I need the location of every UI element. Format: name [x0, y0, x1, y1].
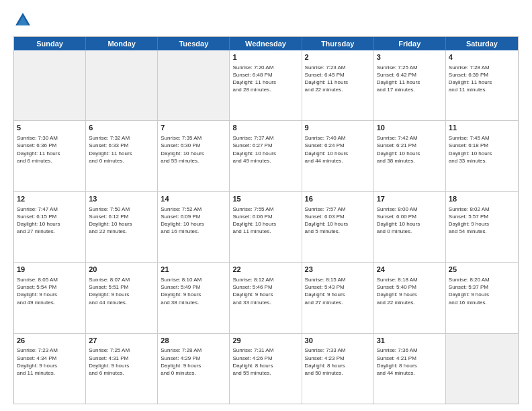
calendar-cell: 1Sunrise: 7:20 AMSunset: 6:48 PMDaylight…: [230, 50, 302, 120]
cell-info-line: and 11 minutes.: [449, 86, 515, 93]
cell-info-line: Sunset: 6:48 PM: [232, 71, 298, 79]
cell-info-line: Sunset: 5:40 PM: [377, 283, 443, 291]
cell-info-line: Sunset: 6:27 PM: [232, 142, 298, 149]
day-number: 1: [232, 52, 298, 62]
cell-info-line: and 38 minutes.: [161, 299, 226, 306]
cell-info-line: Sunrise: 7:31 AM: [232, 347, 298, 354]
cell-info-line: and 44 minutes.: [305, 157, 371, 165]
cell-info-line: and 44 minutes.: [377, 369, 443, 377]
cell-info-line: and 22 minutes.: [377, 299, 443, 306]
cell-info-line: and 50 minutes.: [305, 369, 371, 377]
cell-info-line: Sunrise: 7:30 AM: [17, 134, 83, 142]
day-number: 4: [449, 52, 515, 62]
cell-info-line: Sunset: 4:31 PM: [89, 355, 154, 362]
cell-info-line: Sunrise: 8:18 AM: [377, 276, 443, 283]
cell-info-line: Daylight: 10 hours: [89, 220, 154, 228]
day-number: 14: [161, 194, 226, 204]
cell-info-line: Sunset: 6:00 PM: [377, 213, 443, 220]
cell-info-line: Sunset: 4:23 PM: [305, 355, 371, 362]
cell-info-line: Sunrise: 7:36 AM: [377, 347, 443, 354]
day-number: 24: [377, 265, 443, 275]
cell-info-line: Sunrise: 7:25 AM: [89, 347, 154, 354]
day-number: 15: [232, 194, 298, 204]
day-number: 8: [232, 123, 298, 133]
cell-info-line: and 49 minutes.: [17, 299, 83, 306]
cell-info-line: and 6 minutes.: [17, 157, 83, 165]
day-number: 31: [377, 336, 443, 346]
cell-info-line: Sunrise: 7:28 AM: [161, 347, 226, 354]
day-number: 25: [449, 265, 515, 275]
calendar-cell: 11Sunrise: 7:45 AMSunset: 6:18 PMDayligh…: [446, 121, 518, 191]
calendar-cell: [158, 50, 230, 120]
cell-info-line: and 22 minutes.: [305, 86, 371, 93]
day-number: 23: [305, 265, 371, 275]
cell-info-line: Sunrise: 7:28 AM: [449, 64, 515, 71]
cell-info-line: Daylight: 11 hours: [377, 79, 443, 86]
calendar-cell: 31Sunrise: 7:36 AMSunset: 4:21 PMDayligh…: [374, 334, 446, 404]
calendar-row: 19Sunrise: 8:05 AMSunset: 5:54 PMDayligh…: [14, 262, 518, 332]
day-number: 20: [89, 265, 154, 275]
cell-info-line: Sunset: 5:43 PM: [305, 283, 371, 291]
cell-info-line: Sunrise: 8:15 AM: [305, 276, 371, 283]
cell-info-line: Sunrise: 7:47 AM: [17, 205, 83, 213]
cell-info-line: Sunset: 6:24 PM: [305, 142, 371, 149]
calendar-cell: 8Sunrise: 7:37 AMSunset: 6:27 PMDaylight…: [230, 121, 302, 191]
cell-info-line: Sunrise: 7:23 AM: [17, 347, 83, 354]
cell-info-line: Sunset: 5:49 PM: [161, 283, 226, 291]
day-number: 18: [449, 194, 515, 204]
day-number: 21: [161, 265, 226, 275]
cell-info-line: and 55 minutes.: [232, 369, 298, 377]
calendar-cell: [14, 50, 86, 120]
cell-info-line: and 5 minutes.: [305, 228, 371, 235]
day-number: 5: [17, 123, 83, 133]
cell-info-line: and 6 minutes.: [89, 369, 154, 377]
calendar-cell: 17Sunrise: 8:00 AMSunset: 6:00 PMDayligh…: [374, 192, 446, 262]
calendar-cell: 6Sunrise: 7:32 AMSunset: 6:33 PMDaylight…: [86, 121, 158, 191]
cell-info-line: Daylight: 9 hours: [449, 220, 515, 228]
cell-info-line: Sunset: 6:03 PM: [305, 213, 371, 220]
calendar-cell: 28Sunrise: 7:28 AMSunset: 4:29 PMDayligh…: [158, 334, 230, 404]
cell-info-line: Sunrise: 7:33 AM: [305, 347, 371, 354]
cell-info-line: Sunrise: 8:10 AM: [161, 276, 226, 283]
calendar-cell: 10Sunrise: 7:42 AMSunset: 6:21 PMDayligh…: [374, 121, 446, 191]
calendar-cell: 16Sunrise: 7:57 AMSunset: 6:03 PMDayligh…: [302, 192, 374, 262]
calendar-cell: 26Sunrise: 7:23 AMSunset: 4:34 PMDayligh…: [14, 334, 86, 404]
logo: [13, 11, 35, 30]
calendar-cell: 13Sunrise: 7:50 AMSunset: 6:12 PMDayligh…: [86, 192, 158, 262]
cell-info-line: Daylight: 10 hours: [305, 150, 371, 157]
cell-info-line: Sunset: 5:54 PM: [17, 283, 83, 291]
cell-info-line: Sunrise: 8:07 AM: [89, 276, 154, 283]
cell-info-line: Daylight: 10 hours: [377, 150, 443, 157]
day-number: 22: [232, 265, 298, 275]
cell-info-line: Sunset: 5:51 PM: [89, 283, 154, 291]
calendar: SundayMondayTuesdayWednesdayThursdayFrid…: [13, 36, 519, 404]
cell-info-line: and 0 minutes.: [89, 157, 154, 165]
calendar-cell: 18Sunrise: 8:02 AMSunset: 5:57 PMDayligh…: [446, 192, 518, 262]
cell-info-line: and 44 minutes.: [89, 299, 154, 306]
cell-info-line: Daylight: 10 hours: [161, 220, 226, 228]
cell-info-line: Sunrise: 7:20 AM: [232, 64, 298, 71]
day-number: 19: [17, 265, 83, 275]
day-number: 9: [305, 123, 371, 133]
calendar-row: 1Sunrise: 7:20 AMSunset: 6:48 PMDaylight…: [14, 50, 518, 120]
day-number: 13: [89, 194, 154, 204]
cell-info-line: Sunrise: 7:25 AM: [377, 64, 443, 71]
calendar-cell: 9Sunrise: 7:40 AMSunset: 6:24 PMDaylight…: [302, 121, 374, 191]
cell-info-line: and 11 minutes.: [17, 369, 83, 377]
day-number: 3: [377, 52, 443, 62]
header-day: Saturday: [446, 37, 518, 50]
cell-info-line: Sunrise: 7:35 AM: [161, 134, 226, 142]
cell-info-line: and 27 minutes.: [305, 299, 371, 306]
cell-info-line: and 54 minutes.: [449, 228, 515, 235]
cell-info-line: Sunset: 6:06 PM: [232, 213, 298, 220]
cell-info-line: Daylight: 10 hours: [449, 150, 515, 157]
cell-info-line: Daylight: 9 hours: [232, 291, 298, 298]
cell-info-line: Sunrise: 8:02 AM: [449, 205, 515, 213]
calendar-body: 1Sunrise: 7:20 AMSunset: 6:48 PMDaylight…: [14, 50, 518, 404]
cell-info-line: Sunset: 5:57 PM: [449, 213, 515, 220]
cell-info-line: Sunrise: 7:50 AM: [89, 205, 154, 213]
header-day: Friday: [374, 37, 446, 50]
cell-info-line: Sunrise: 7:23 AM: [305, 64, 371, 71]
cell-info-line: and 0 minutes.: [161, 369, 226, 377]
cell-info-line: Sunset: 6:36 PM: [17, 142, 83, 149]
